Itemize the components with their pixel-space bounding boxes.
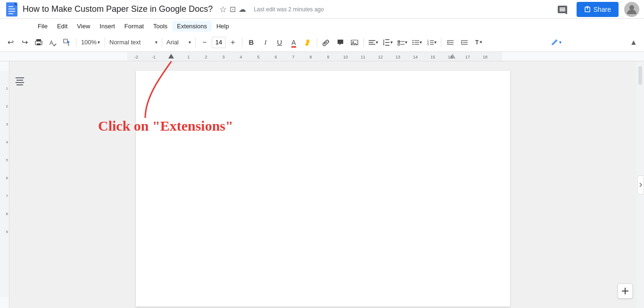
svg-point-12 [40,42,41,43]
vertical-ruler: 1 2 3 4 5 6 7 8 9 [0,61,9,308]
svg-text:-2: -2 [134,55,138,59]
menu-help[interactable]: Help [212,21,234,32]
horizontal-ruler: -2 -1 0 1 2 3 4 5 6 7 8 9 10 11 12 13 14… [0,52,644,61]
document-area[interactable]: Click on "Extensions" [9,61,636,308]
menu-insert[interactable]: Insert [95,21,120,32]
italic-button[interactable]: I [259,36,272,49]
svg-text:5: 5 [257,55,259,59]
toolbar-divider-7 [363,38,364,47]
menu-edit[interactable]: Edit [52,21,72,32]
svg-text:4: 4 [239,55,242,59]
header-right: Share [554,1,639,18]
decrease-indent-button[interactable] [444,36,457,49]
text-color-button[interactable]: A [287,36,300,49]
increase-indent-button[interactable] [458,36,471,49]
svg-rect-48 [127,52,502,61]
svg-rect-3 [8,11,15,12]
document-page[interactable]: Click on "Extensions" [136,71,510,307]
svg-text:14: 14 [413,55,418,59]
document-title[interactable]: How to Make Custom Paper Size in Google … [23,4,213,14]
font-size-input[interactable] [212,37,226,48]
toolbar-divider-5 [242,38,242,47]
print-button[interactable] [32,36,45,49]
svg-point-28 [413,43,413,44]
menu-view[interactable]: View [72,21,95,32]
svg-text:3.: 3. [427,43,429,46]
menu-tools[interactable]: Tools [149,21,172,32]
svg-text:T: T [475,39,479,46]
bottom-right-button[interactable] [618,283,633,299]
svg-text:3: 3 [222,55,224,59]
font-size-increase[interactable]: + [226,36,239,49]
svg-text:6: 6 [6,176,8,180]
star-icon[interactable]: ☆ [219,4,227,15]
menu-extensions[interactable]: Extensions [172,21,212,32]
svg-rect-15 [306,40,309,43]
right-expand-button[interactable] [637,175,644,194]
font-dropdown[interactable]: Arial ▾ [165,36,193,49]
font-size-decrease[interactable]: − [198,36,211,49]
svg-rect-84 [17,80,23,81]
v-ruler-svg: 1 2 3 4 5 6 7 8 9 [0,61,9,308]
annotation-overlay: Click on "Extensions" [136,71,510,307]
comment-button[interactable] [334,36,347,49]
ruler-svg: -2 -1 0 1 2 3 4 5 6 7 8 9 10 11 12 13 14… [0,52,644,61]
spellcheck-button[interactable]: A [46,36,59,49]
comments-button[interactable] [554,1,571,18]
svg-rect-20 [369,44,375,45]
toolbar-divider-2 [105,38,105,47]
last-edit-text: Last edit was 2 minutes ago [254,6,324,13]
menu-format[interactable]: Format [120,21,149,32]
style-label: Normal text [109,39,140,46]
svg-rect-2 [8,8,15,9]
numbered-list-button[interactable]: 1. 2. 3. ▾ [425,36,438,49]
paragraph-style-dropdown[interactable]: Normal text ▾ [107,36,159,49]
svg-text:7: 7 [6,194,8,198]
underline-button[interactable]: U [273,36,286,49]
outline-icon[interactable] [14,75,25,89]
svg-text:11: 11 [361,55,365,59]
svg-text:8: 8 [309,55,312,59]
undo-button[interactable]: ↩ [4,36,17,49]
edit-mode-button[interactable]: ▾ [548,38,564,47]
toolbar: ↩ ↪ A 100% ▾ Normal text ▾ [0,33,644,52]
toolbar-divider-6 [317,38,317,47]
paint-format-button[interactable] [60,36,74,49]
bold-button[interactable]: B [245,36,258,49]
clear-formatting-button[interactable]: T [472,36,485,49]
link-button[interactable] [320,36,333,49]
highlight-button[interactable] [301,36,314,49]
align-button[interactable]: ▾ [366,36,380,49]
svg-text:5: 5 [6,158,8,162]
toolbar-divider-3 [162,38,162,47]
svg-text:13: 13 [396,55,400,59]
toolbar-divider-8 [441,38,441,47]
collapse-toolbar-button[interactable]: ▲ [627,36,640,49]
menu-file[interactable]: File [33,21,52,32]
svg-text:15: 15 [430,55,435,59]
svg-text:A: A [50,40,53,46]
annotation-text: Click on "Extensions" [98,118,233,134]
redo-button[interactable]: ↪ [18,36,31,49]
svg-text:1: 1 [187,55,190,59]
image-button[interactable] [348,36,361,49]
svg-rect-1 [8,6,13,7]
zoom-dropdown[interactable]: 100% ▾ [79,36,102,49]
annotation-arrow [41,61,324,123]
toolbar-divider-1 [76,38,76,47]
share-button[interactable]: Share [577,2,619,17]
svg-point-27 [413,42,413,42]
line-spacing-button[interactable]: ▾ [381,36,395,49]
title-bar: How to Make Custom Paper Size in Google … [0,0,644,19]
cloud-icon[interactable]: ☁ [239,5,246,14]
svg-rect-11 [37,43,41,45]
svg-text:9: 9 [6,230,8,234]
toolbar-divider-4 [195,38,196,47]
user-avatar[interactable] [624,2,639,17]
svg-text:12: 12 [378,55,383,59]
present-icon[interactable]: ⊡ [230,5,236,14]
svg-rect-83 [16,77,24,78]
checklist-button[interactable]: ▾ [396,36,409,49]
bullet-list-button[interactable]: ▾ [410,36,424,49]
svg-rect-73 [0,71,9,297]
